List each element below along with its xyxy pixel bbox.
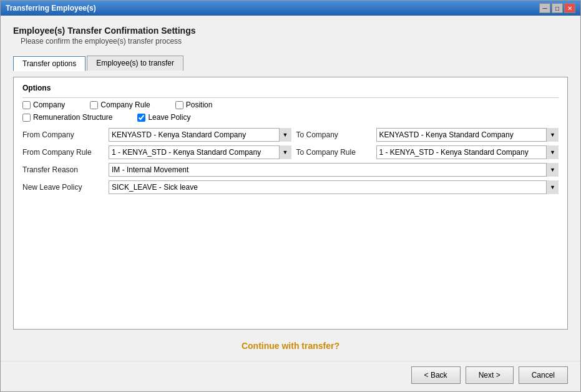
form-section: From Company KENYASTD - Kenya Standard C… <box>22 128 559 194</box>
transfer-reason-select[interactable]: IM - Internal Movement <box>109 163 559 177</box>
company-rule-checkbox[interactable] <box>90 101 98 109</box>
footer: < Back Next > Cancel <box>1 361 580 391</box>
from-company-rule-select-wrapper: 1 - KENYA_STD - Kenya Standard Company ▼ <box>109 145 291 159</box>
window-title: Transferring Employee(s) <box>6 4 96 12</box>
next-button[interactable]: Next > <box>466 366 514 384</box>
to-company-select[interactable]: KENYASTD - Kenya Standard Company <box>376 128 559 142</box>
minimize-button[interactable]: ─ <box>539 3 550 13</box>
company-label: Company <box>33 100 65 109</box>
to-company-label: To Company <box>296 130 371 139</box>
checkbox-row-2: Remuneration Structure Leave Policy <box>22 113 559 122</box>
page-title: Employee(s) Transfer Confirmation Settin… <box>13 26 568 36</box>
page-subtitle: Please confirm the employee(s) transfer … <box>21 37 568 46</box>
close-icon: ✕ <box>567 5 572 12</box>
from-company-select[interactable]: KENYASTD - Kenya Standard Company <box>109 128 291 142</box>
tab-bar: Transfer options Employee(s) to transfer <box>13 56 568 71</box>
new-leave-policy-label: New Leave Policy <box>22 183 104 192</box>
options-header: Options <box>22 84 559 92</box>
position-label: Position <box>186 100 213 109</box>
checkbox-position: Position <box>175 100 213 109</box>
leave-policy-label: Leave Policy <box>148 113 190 122</box>
tab-content-panel: Options Company Company Rule Position <box>13 77 568 330</box>
options-divider <box>22 97 559 98</box>
tab-employees-to-transfer[interactable]: Employee(s) to transfer <box>87 56 183 71</box>
checkbox-leave-policy: Leave Policy <box>137 113 190 122</box>
close-button[interactable]: ✕ <box>564 3 575 13</box>
tab-transfer-options[interactable]: Transfer options <box>13 56 85 71</box>
back-button[interactable]: < Back <box>411 366 461 384</box>
new-leave-policy-select-wrapper: SICK_LEAVE - Sick leave ▼ <box>109 180 559 194</box>
main-content: Employee(s) Transfer Confirmation Settin… <box>1 16 580 361</box>
leave-policy-checkbox[interactable] <box>137 114 145 122</box>
checkbox-remuneration: Remuneration Structure <box>22 113 112 122</box>
transfer-reason-label: Transfer Reason <box>22 165 104 174</box>
company-checkbox[interactable] <box>22 101 31 109</box>
minimize-icon: ─ <box>542 5 547 12</box>
from-company-rule-select[interactable]: 1 - KENYA_STD - Kenya Standard Company <box>109 145 291 159</box>
maximize-button[interactable]: □ <box>552 3 563 13</box>
remuneration-checkbox[interactable] <box>22 114 31 122</box>
window-controls: ─ □ ✕ <box>539 3 575 13</box>
checkbox-company-rule: Company Rule <box>90 100 150 109</box>
from-company-rule-label: From Company Rule <box>22 148 104 157</box>
checkbox-row-1: Company Company Rule Position <box>22 100 559 109</box>
company-rule-label: Company Rule <box>100 100 150 109</box>
company-row: From Company KENYASTD - Kenya Standard C… <box>22 128 559 142</box>
remuneration-label: Remuneration Structure <box>33 113 112 122</box>
maximize-icon: □ <box>555 5 559 12</box>
section-header: Employee(s) Transfer Confirmation Settin… <box>13 26 568 46</box>
cancel-button[interactable]: Cancel <box>519 366 568 384</box>
from-company-select-wrapper: KENYASTD - Kenya Standard Company ▼ <box>109 128 291 142</box>
position-checkbox[interactable] <box>175 101 183 109</box>
company-rule-row: From Company Rule 1 - KENYA_STD - Kenya … <box>22 145 559 159</box>
to-company-rule-label: To Company Rule <box>296 148 371 157</box>
to-company-rule-select[interactable]: 1 - KENYA_STD - Kenya Standard Company <box>376 145 559 159</box>
transfer-reason-select-wrapper: IM - Internal Movement ▼ <box>109 163 559 177</box>
transfer-reason-row: Transfer Reason IM - Internal Movement ▼ <box>22 163 559 177</box>
new-leave-policy-row: New Leave Policy SICK_LEAVE - Sick leave… <box>22 180 559 194</box>
to-company-select-wrapper: KENYASTD - Kenya Standard Company ▼ <box>376 128 559 142</box>
title-bar: Transferring Employee(s) ─ □ ✕ <box>1 1 580 16</box>
main-window: Transferring Employee(s) ─ □ ✕ Employee(… <box>0 0 581 392</box>
to-company-rule-select-wrapper: 1 - KENYA_STD - Kenya Standard Company ▼ <box>376 145 559 159</box>
checkbox-company: Company <box>22 100 65 109</box>
from-company-label: From Company <box>22 130 104 139</box>
new-leave-policy-select[interactable]: SICK_LEAVE - Sick leave <box>109 180 559 194</box>
continue-text: Continue with transfer? <box>13 341 568 351</box>
